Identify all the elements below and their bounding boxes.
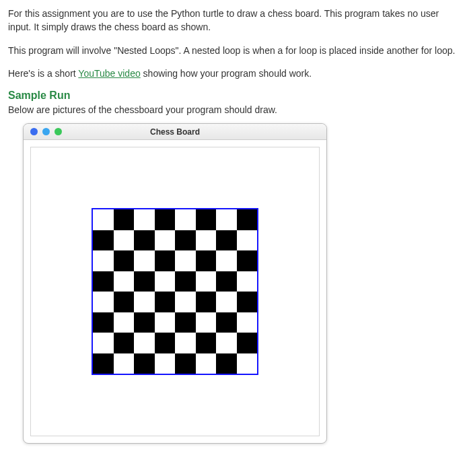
board-square <box>175 292 196 312</box>
board-square <box>155 209 176 230</box>
window-body <box>24 140 326 443</box>
board-square <box>93 250 114 271</box>
board-square <box>93 230 114 251</box>
board-square <box>175 353 196 374</box>
board-square <box>175 209 196 230</box>
board-square <box>196 271 217 292</box>
board-square <box>155 333 176 353</box>
board-square <box>134 250 155 271</box>
board-square <box>155 353 176 374</box>
sample-run-subtext: Below are pictures of the chessboard you… <box>8 103 457 116</box>
canvas-frame <box>30 147 320 436</box>
board-square <box>114 271 135 292</box>
board-square <box>175 271 196 292</box>
board-square <box>175 333 196 353</box>
chess-board <box>92 208 258 375</box>
board-square <box>196 250 217 271</box>
board-square <box>134 353 155 374</box>
board-square <box>155 230 176 251</box>
board-square <box>237 209 258 230</box>
board-square <box>134 292 155 312</box>
board-square <box>216 209 237 230</box>
board-square <box>155 271 176 292</box>
board-square <box>216 333 237 353</box>
board-square <box>134 230 155 251</box>
board-square <box>93 271 114 292</box>
close-icon[interactable] <box>30 128 38 135</box>
board-square <box>196 292 217 312</box>
board-square <box>134 333 155 353</box>
app-window: Chess Board <box>23 123 327 444</box>
board-square <box>114 333 135 353</box>
paragraph-nested-loops: This program will involve "Nested Loops"… <box>8 44 457 57</box>
board-square <box>216 312 237 333</box>
board-square <box>237 353 258 374</box>
board-square <box>175 230 196 251</box>
board-square <box>134 312 155 333</box>
board-square <box>114 312 135 333</box>
text-suffix: showing how your program should work. <box>141 68 312 79</box>
board-square <box>196 312 217 333</box>
board-square <box>93 333 114 353</box>
paragraph-intro: For this assignment you are to use the P… <box>8 7 457 34</box>
board-square <box>155 292 176 312</box>
board-square <box>93 353 114 374</box>
board-square <box>93 312 114 333</box>
board-square <box>237 250 258 271</box>
minimize-icon[interactable] <box>42 128 50 135</box>
board-square <box>216 353 237 374</box>
sample-run-heading: Sample Run <box>8 90 457 102</box>
board-square <box>237 271 258 292</box>
window-title: Chess Board <box>24 124 326 140</box>
board-square <box>114 230 135 251</box>
board-square <box>237 230 258 251</box>
board-square <box>237 292 258 312</box>
board-square <box>114 250 135 271</box>
board-square <box>175 250 196 271</box>
youtube-link[interactable]: YouTube video <box>78 68 140 79</box>
board-square <box>196 333 217 353</box>
board-square <box>155 250 176 271</box>
board-square <box>93 209 114 230</box>
window-titlebar: Chess Board <box>24 124 326 140</box>
board-square <box>216 230 237 251</box>
board-square <box>216 250 237 271</box>
zoom-icon[interactable] <box>55 128 62 135</box>
board-square <box>237 333 258 353</box>
board-square <box>114 292 135 312</box>
board-square <box>196 230 217 251</box>
board-square <box>134 209 155 230</box>
board-square <box>216 271 237 292</box>
board-square <box>114 209 135 230</box>
board-square <box>155 312 176 333</box>
board-square <box>216 292 237 312</box>
board-square <box>93 292 114 312</box>
board-square <box>237 312 258 333</box>
board-square <box>196 353 217 374</box>
board-square <box>114 353 135 374</box>
text-prefix: Here's is a short <box>8 68 78 79</box>
window-controls <box>30 128 62 135</box>
board-square <box>175 312 196 333</box>
board-square <box>134 271 155 292</box>
board-square <box>196 209 217 230</box>
paragraph-video: Here's is a short YouTube video showing … <box>8 67 457 80</box>
